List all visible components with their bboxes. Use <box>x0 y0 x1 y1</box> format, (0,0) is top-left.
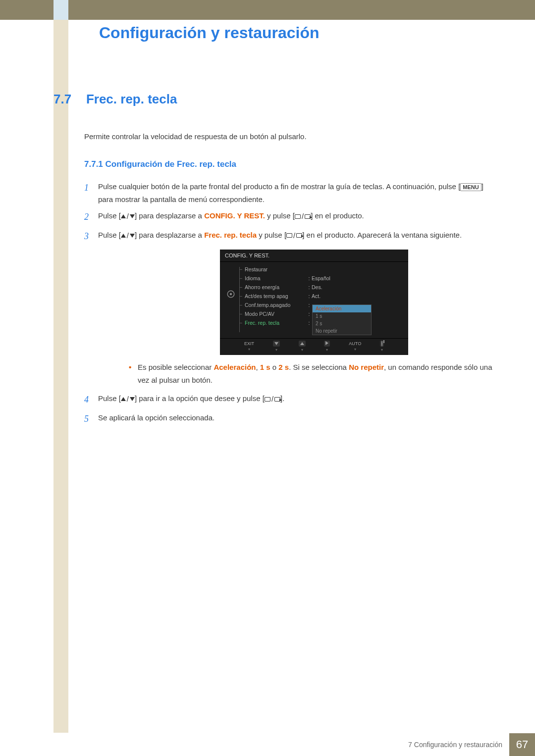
triangle-right-icon <box>325 341 328 345</box>
osd-value: Español <box>312 275 330 281</box>
osd-auto-label: AUTO <box>349 341 361 346</box>
text-fragment: Pulse cualquier botón de la parte fronta… <box>98 182 460 191</box>
step-body: Pulse [/] para desplazarse a CONFIG. Y R… <box>98 209 499 225</box>
page-footer: 7 Configuración y restauración 67 <box>54 733 535 756</box>
up-down-arrows-icon: / <box>121 393 135 405</box>
option-aceleracion: Aceleración <box>214 363 256 371</box>
osd-label: Modo PC/AV <box>245 311 307 317</box>
osd-power-button: ▾ <box>380 341 384 352</box>
text-fragment: Es posible seleccionar <box>138 363 214 371</box>
step-number: 2 <box>84 209 98 225</box>
power-icon <box>381 341 382 347</box>
osd-row-restaurar: Restaurar <box>238 265 404 274</box>
osd-label: Ahorro energía <box>245 284 307 290</box>
select-enter-icon: / <box>286 229 302 242</box>
osd-option-1s: 1 s <box>313 312 371 320</box>
osd-body: Restaurar Idioma:Español Ahorro energía:… <box>220 262 408 338</box>
step-number: 5 <box>84 411 98 427</box>
text-fragment: y pulse [ <box>257 231 286 239</box>
section-heading: 7.7 Frec. rep. tecla <box>54 92 499 107</box>
header-bar <box>0 0 535 20</box>
osd-menu-list: Restaurar Idioma:Español Ahorro energía:… <box>238 265 404 334</box>
menu-target: Frec. rep. tecla <box>204 231 257 239</box>
osd-up-button: ▾ <box>299 341 306 352</box>
content-area: 7.7 Frec. rep. tecla Permite controlar l… <box>54 92 499 430</box>
option-1s: 1 s <box>260 363 270 371</box>
osd-footer-buttons: EXIT▾ ▾ ▾ ▾ AUTO▾ ▾ <box>220 338 408 355</box>
osd-category-icon <box>224 265 238 334</box>
triangle-up-icon <box>300 342 304 345</box>
osd-down-button: ▾ <box>273 341 280 352</box>
osd-option-aceleracion: Aceleración <box>313 305 371 312</box>
osd-option-2s: 2 s <box>313 320 371 327</box>
osd-row-act-des: Act/des temp apag:Act. <box>238 292 404 301</box>
step-1: 1 Pulse cualquier botón de la parte fron… <box>84 180 499 205</box>
osd-title: CONFIG. Y REST. <box>220 250 408 262</box>
osd-submenu-dropdown: Aceleración 1 s 2 s No repetir <box>312 304 372 335</box>
gear-icon <box>226 290 235 299</box>
osd-row-ahorro: Ahorro energía:Des. <box>238 283 404 292</box>
text-fragment: Pulse [ <box>98 211 121 220</box>
osd-label: Conf.temp.apagado <box>245 302 307 308</box>
text-fragment: . Si se selecciona <box>289 363 349 371</box>
osd-panel: CONFIG. Y REST. Restaurar Idioma:Español… <box>220 250 408 355</box>
text-fragment: , <box>256 363 260 371</box>
osd-right-button: ▾ <box>324 341 330 352</box>
osd-label: Restaurar <box>245 266 307 272</box>
chapter-title: Configuración y restauración <box>99 24 320 42</box>
note-bullet: • Es posible seleccionar Aceleración, 1 … <box>129 361 499 386</box>
osd-label: Act/des temp apag <box>245 293 307 299</box>
up-down-arrows-icon: / <box>121 229 135 242</box>
text-fragment: y pulse [ <box>265 211 295 220</box>
osd-auto-button: AUTO▾ <box>349 341 361 352</box>
text-fragment: ] para desplazarse a <box>135 211 204 220</box>
step-3: 3 Pulse [/] para desplazarse a Frec. rep… <box>84 229 499 244</box>
osd-label: Idioma <box>245 275 307 281</box>
bullet-text: Es posible seleccionar Aceleración, 1 s … <box>138 361 499 386</box>
footer-page-number: 67 <box>509 733 535 756</box>
osd-value: Des. <box>312 284 322 290</box>
up-down-arrows-icon: / <box>121 210 135 223</box>
steps-list: 1 Pulse cualquier botón de la parte fron… <box>84 180 499 426</box>
step-body: Se aplicará la opción seleccionada. <box>98 411 499 427</box>
step-5: 5 Se aplicará la opción seleccionada. <box>84 411 499 427</box>
text-fragment: ] para desplazarse a <box>135 231 204 239</box>
step-number: 3 <box>84 229 98 244</box>
text-fragment: ] en el producto. <box>311 211 364 220</box>
bullet-icon: • <box>129 361 138 386</box>
triangle-down-icon <box>274 342 278 345</box>
step-body: Pulse [/] para ir a la opción que desee … <box>98 392 499 407</box>
svg-point-1 <box>230 293 232 296</box>
osd-row-idioma: Idioma:Español <box>238 274 404 283</box>
header-tab <box>54 0 68 20</box>
step-4: 4 Pulse [/] para ir a la opción que dese… <box>84 392 499 407</box>
section-title: Frec. rep. tecla <box>86 92 177 107</box>
osd-option-no-repetir: No repetir <box>313 327 371 335</box>
step-number: 4 <box>84 392 98 407</box>
osd-value: Act. <box>312 293 321 299</box>
osd-exit-button: EXIT▾ <box>244 341 254 352</box>
text-fragment: Pulse [ <box>98 231 121 239</box>
subsection-heading: 7.7.1 Configuración de Frec. rep. tecla <box>84 159 499 169</box>
option-2s: 2 s <box>278 363 289 371</box>
text-fragment: ] para ir a la opción que desee y pulse … <box>135 394 265 403</box>
select-enter-icon: / <box>295 210 311 223</box>
step-number: 1 <box>84 180 98 205</box>
text-fragment: o <box>270 363 279 371</box>
select-enter-icon: / <box>265 393 280 405</box>
text-fragment: ] en el producto. Aparecerá la ventana s… <box>302 231 462 239</box>
osd-label: Frec. rep. tecla <box>245 320 307 326</box>
step-body: Pulse [/] para desplazarse a Frec. rep. … <box>98 229 499 244</box>
osd-exit-label: EXIT <box>244 341 254 346</box>
step-2: 2 Pulse [/] para desplazarse a CONFIG. Y… <box>84 209 499 225</box>
menu-button-label: MENU <box>460 183 481 191</box>
osd-screenshot: CONFIG. Y REST. Restaurar Idioma:Español… <box>129 250 499 355</box>
option-no-repetir: No repetir <box>349 363 384 371</box>
section-number: 7.7 <box>54 92 84 107</box>
step-body: Pulse cualquier botón de la parte fronta… <box>98 180 499 205</box>
menu-target: CONFIG. Y REST. <box>204 211 265 220</box>
text-fragment: Pulse [ <box>98 394 121 403</box>
footer-chapter-label: 7 Configuración y restauración <box>408 733 509 756</box>
intro-paragraph: Permite controlar la velocidad de respue… <box>84 131 499 143</box>
